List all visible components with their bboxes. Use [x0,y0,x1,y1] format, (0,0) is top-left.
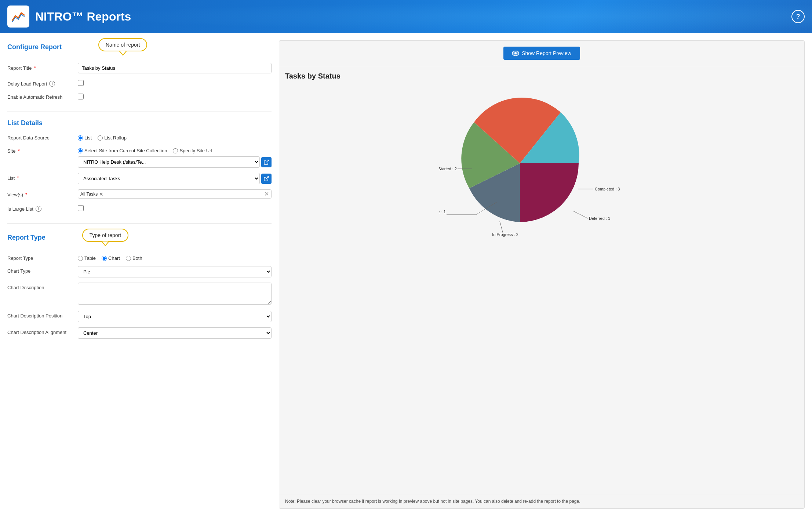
enable-refresh-row: Enable Automatic Refresh [7,92,272,101]
views-clear[interactable]: ✕ [264,190,269,197]
required-star: * [34,65,36,71]
label-deferred: Deferred : 1 [589,216,610,221]
enable-refresh-checkbox[interactable] [78,94,84,99]
label-in-progress: In Progress : 2 [492,232,518,237]
delay-load-row: Delay Load Report i [7,79,272,87]
radio-list-input[interactable] [78,135,83,141]
show-report-preview-button[interactable]: Show Report Preview [503,47,580,60]
configure-report-title: Configure Report [7,43,62,51]
report-title-label: Report Title * [7,63,73,71]
label-waiting: Waiting on someone else : 1 [439,210,446,214]
app-title: NITRO™ Reports [35,10,131,23]
radio-both[interactable]: Both [126,255,142,261]
svg-point-3 [514,52,517,54]
radio-list-rollup-input[interactable] [98,135,103,141]
view-tag: All Tasks ✕ [80,192,103,197]
list-external-link-btn[interactable] [261,174,272,184]
radio-chart[interactable]: Chart [102,255,120,261]
chart-desc-pos-label: Chart Description Position [7,311,73,319]
type-bubble-arrow-inner [102,241,108,245]
segment-completed [520,163,579,222]
note-area: Note: Please clear your browser cache if… [279,494,804,508]
site-options: Select Site from Current Site Collection… [78,146,272,168]
radio-table-input[interactable] [78,256,83,261]
type-tooltip-text: Type of report [82,229,128,242]
app-logo [7,6,29,28]
delay-load-info-icon[interactable]: i [49,81,55,87]
radio-chart-input[interactable] [102,256,107,261]
radio-table[interactable]: Table [78,255,96,261]
configure-report-section: Configure Report Name of report Report T… [7,40,272,112]
view-tag-remove[interactable]: ✕ [99,192,103,197]
report-type-label: Report Type [7,253,73,261]
radio-specify-url-input[interactable] [173,148,178,153]
large-list-control [78,204,272,212]
delay-load-checkbox[interactable] [78,80,84,86]
data-source-row: Report Data Source List List Rollup [7,133,272,141]
views-wrap: All Tasks ✕ ✕ [78,189,272,199]
name-tooltip-text: Name of report [98,38,147,51]
data-source-options: List List Rollup [78,133,272,141]
label-completed: Completed : 3 [595,187,620,191]
chart-desc-align-control: Center Left Right [78,327,272,339]
report-type-options: Table Chart Both [78,253,272,261]
chart-desc-pos-row: Chart Description Position Top Bottom Le… [7,311,272,322]
app-header: NITRO™ Reports ? [0,0,812,33]
report-type-section: Report Type Type of report Report Type T… [7,231,272,350]
note-text: Note: Please clear your browser cache if… [285,499,580,504]
radio-list-rollup[interactable]: List Rollup [98,135,127,141]
data-source-label: Report Data Source [7,133,73,141]
radio-list[interactable]: List [78,135,92,141]
site-label: Site * [7,146,73,154]
chart-desc-textarea[interactable] [78,283,272,305]
views-input[interactable] [105,190,263,197]
svg-rect-0 [11,9,26,24]
large-list-checkbox[interactable] [78,205,84,211]
large-list-label: Is Large List i [7,204,73,212]
views-required-star: * [25,192,27,197]
chart-desc-row: Chart Description [7,283,272,306]
large-list-info-icon[interactable]: i [36,206,41,212]
views-label: View(s) * [7,189,73,197]
chart-desc-align-label: Chart Description Alignment [7,327,73,335]
radio-both-input[interactable] [126,256,131,261]
list-row: List * Associated Tasks [7,173,272,184]
name-tooltip-bubble: Name of report [98,38,147,51]
site-dropdown-wrap: NITRO Help Desk (/sites/Te... [78,156,272,168]
enable-refresh-control [78,92,272,101]
label-not-started: Not Started : 2 [439,167,457,171]
chart-desc-align-select[interactable]: Center Left Right [78,327,272,339]
chart-desc-pos-select[interactable]: Top Bottom Left Right [78,311,272,322]
help-button[interactable]: ? [791,10,805,23]
list-control: Associated Tasks [78,173,272,184]
chart-type-row: Chart Type Pie Bar Line Column Area [7,266,272,277]
list-details-title: List Details [7,119,272,127]
report-title-input[interactable] [78,63,272,73]
site-external-link-btn[interactable] [261,157,272,167]
report-type-row: Report Type Table Chart Both [7,253,272,261]
list-select[interactable]: Associated Tasks [78,173,260,184]
chart-title: Tasks by Status [285,72,798,80]
bubble-arrow-inner [120,51,126,55]
chart-type-control: Pie Bar Line Column Area [78,266,272,277]
delay-load-control [78,79,272,87]
report-title-row: Report Title * [7,63,272,73]
site-select[interactable]: NITRO Help Desk (/sites/Te... [78,156,260,168]
chart-type-label: Chart Type [7,266,73,274]
list-details-section: List Details Report Data Source List Lis… [7,119,272,224]
chart-type-select[interactable]: Pie Bar Line Column Area [78,266,272,277]
radio-current-site[interactable]: Select Site from Current Site Collection [78,148,167,153]
enable-refresh-label: Enable Automatic Refresh [7,92,73,100]
list-label: List * [7,173,73,181]
site-required-star: * [18,148,19,154]
chart-desc-pos-control: Top Bottom Left Right [78,311,272,322]
chart-desc-label: Chart Description [7,283,73,290]
views-control: All Tasks ✕ ✕ [78,189,272,199]
views-row: View(s) * All Tasks ✕ ✕ [7,189,272,199]
report-type-header: Report Type Type of report [7,231,272,247]
radio-specify-url[interactable]: Specify Site Url [173,148,212,153]
large-list-row: Is Large List i [7,204,272,212]
site-radio-group: Select Site from Current Site Collection… [78,146,272,153]
pie-chart-svg: Waiting on someone else : 1 Not Started … [439,90,645,237]
radio-current-site-input[interactable] [78,148,83,153]
